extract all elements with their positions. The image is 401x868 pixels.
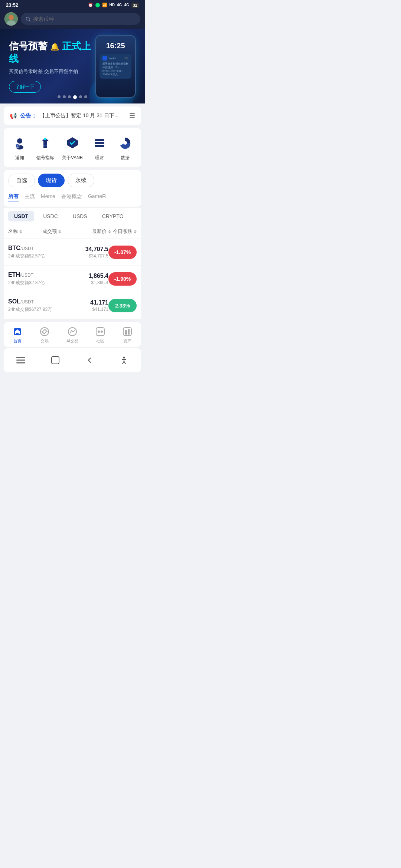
community-icon [95, 326, 105, 337]
search-bar [0, 10, 145, 29]
tab-spot[interactable]: 现货 [38, 174, 65, 187]
sys-back-button[interactable] [82, 353, 97, 368]
change-badge-sol: 2.33% [108, 299, 137, 312]
system-nav-bar [4, 348, 141, 372]
table-row[interactable]: SOL/USDT 24h成交额$6727.93万 41.171 $41.171 … [4, 292, 141, 319]
svg-rect-27 [16, 357, 25, 358]
rebate-label: 返佣 [15, 155, 24, 161]
assets-icon [122, 326, 133, 337]
cur-usdc[interactable]: USDC [37, 211, 64, 221]
dot-6[interactable] [84, 95, 87, 98]
coin-symbol-sol: SOL/USDT [8, 298, 70, 305]
status-bar: 23:52 ⏰ 📶 HD 4G 4G 32 [0, 0, 145, 10]
nav-trade[interactable]: 交易 [39, 326, 50, 344]
home-icon [12, 326, 23, 337]
banner-subtitle: 买卖信号零时差 交易不再慢半拍 [9, 68, 95, 75]
change-badge-eth: -1.90% [108, 272, 137, 286]
coin-symbol-eth: ETH/USDT [8, 272, 70, 278]
sort-name-icon [19, 230, 22, 233]
cur-crypto[interactable]: CRYPTO [96, 211, 130, 221]
svg-point-16 [123, 141, 127, 145]
dot-1[interactable] [58, 95, 61, 98]
nav-assets[interactable]: 资产 [122, 326, 133, 344]
svg-point-5 [17, 138, 22, 144]
search-input-wrap[interactable] [21, 13, 140, 25]
coin-price-sol: 41.171 $41.171 [70, 299, 108, 312]
col-price[interactable]: 最新价 [77, 228, 111, 235]
sys-accessibility-button[interactable] [117, 353, 131, 368]
signal-icon [36, 134, 54, 152]
svg-point-1 [9, 15, 14, 20]
change-badge-btc: -1.07% [108, 246, 137, 259]
cat-meme[interactable]: Meme [41, 193, 55, 201]
svg-point-11 [44, 138, 46, 140]
coin-volume-eth: 24h成交额$2.37亿 [8, 280, 70, 286]
signal-4g-1: 4G [117, 3, 122, 7]
tab-watchlist[interactable]: 自选 [8, 174, 35, 187]
tab-bar: 自选 现货 永续 所有 主流 Meme 香港概念 GameFi [4, 170, 141, 207]
phone-notification: VanBit 消除 新手做多指横信标指横标置遗漏：5mBTC-UDST 永续：2… [100, 54, 131, 79]
dot-3[interactable] [68, 95, 71, 98]
phone-time: 16:25 [106, 42, 125, 50]
svg-rect-24 [123, 328, 131, 336]
menu-item-rebate[interactable]: + 返佣 [11, 134, 29, 161]
menu-item-data[interactable]: 数据 [116, 134, 134, 161]
cur-usdt[interactable]: USDT [8, 211, 34, 221]
home-label: 首页 [13, 338, 22, 344]
tab-perpetual[interactable]: 永续 [68, 174, 94, 187]
coin-volume-sol: 24h成交额$6727.93万 [8, 306, 70, 313]
sort-price-icon [108, 230, 111, 233]
svg-rect-30 [52, 356, 59, 364]
menu-icon[interactable]: ☰ [129, 112, 135, 120]
data-icon [116, 134, 134, 152]
learn-more-button[interactable]: 了解一下 [9, 81, 41, 93]
signal-label: 信号指标 [36, 155, 54, 161]
sys-home-button[interactable] [48, 353, 63, 368]
avatar[interactable] [4, 12, 18, 26]
finance-icon [91, 134, 108, 152]
svg-rect-13 [95, 139, 104, 141]
coin-change-eth: -1.90% [108, 272, 137, 286]
col-volume[interactable]: 成交额 [42, 228, 76, 235]
announcement-label: 公告： [20, 112, 37, 119]
svg-rect-10 [43, 145, 47, 146]
dot-2[interactable] [63, 95, 66, 98]
col-name[interactable]: 名称 [8, 228, 42, 235]
menu-item-about[interactable]: 关于VANB [62, 134, 83, 161]
cat-all[interactable]: 所有 [8, 193, 19, 201]
col-change[interactable]: 今日涨跌 [111, 228, 137, 235]
svg-line-4 [29, 20, 30, 21]
category-tabs: 所有 主流 Meme 香港概念 GameFi [8, 191, 137, 203]
coin-info-btc: BTC/USDT 24h成交额$2.57亿 [8, 245, 70, 259]
cat-gamefi[interactable]: GameFi [88, 193, 107, 201]
cat-hk[interactable]: 香港概念 [61, 193, 82, 201]
svg-rect-29 [16, 362, 25, 364]
banner-text: 信号预警 🔔 正式上线 买卖信号零时差 交易不再慢半拍 了解一下 [9, 40, 95, 93]
banner-dots [58, 95, 87, 99]
nav-community[interactable]: 社区 [95, 326, 105, 344]
notif-text: 新手做多指横信标指横标置遗漏：5mBTC-UDST 永续：26424.8 买入 [102, 62, 128, 76]
menu-item-signal[interactable]: 信号指标 [36, 134, 54, 161]
nav-ai-trade[interactable]: AI交易 [66, 326, 78, 344]
nav-home[interactable]: 首页 [12, 326, 23, 344]
time: 23:52 [6, 2, 18, 8]
announcement-text: 【上币公告】暂定 10 月 31 日下... [40, 112, 126, 119]
dot-4[interactable] [73, 95, 77, 99]
menu-item-finance[interactable]: 理财 [91, 134, 108, 161]
assets-label: 资产 [123, 338, 131, 344]
table-row[interactable]: ETH/USDT 24h成交额$2.37亿 1,865.4 $1,865.4 -… [4, 266, 141, 292]
table-row[interactable]: BTC/USDT 24h成交额$2.57亿 34,707.5 $34,707.5… [4, 239, 141, 266]
search-input[interactable] [33, 16, 136, 22]
coin-change-btc: -1.07% [108, 246, 137, 259]
svg-rect-21 [96, 328, 104, 336]
rebate-icon: + [11, 134, 29, 152]
svg-text:+: + [17, 145, 18, 147]
coin-symbol-btc: BTC/USDT [8, 245, 70, 251]
cur-usds[interactable]: USDS [67, 211, 93, 221]
sys-menu-button[interactable] [13, 353, 28, 368]
hd-icon: HD [110, 3, 115, 7]
cat-mainstream[interactable]: 主流 [25, 193, 35, 201]
wifi-icon: 📶 [102, 3, 107, 7]
dot-5[interactable] [79, 95, 82, 98]
coin-info-eth: ETH/USDT 24h成交额$2.37亿 [8, 272, 70, 286]
